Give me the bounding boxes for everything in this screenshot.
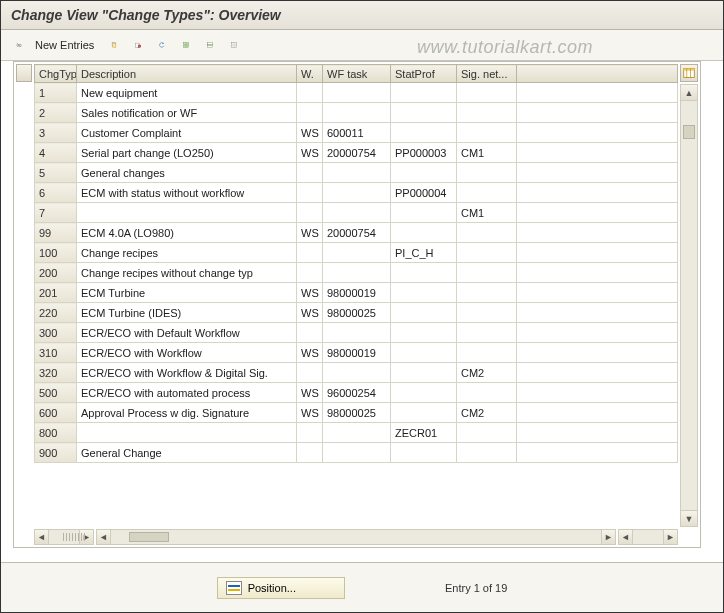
cell-statprof[interactable] (391, 263, 457, 283)
cell-chgtyp[interactable]: 300 (35, 323, 77, 343)
cell-statprof[interactable] (391, 103, 457, 123)
table-row[interactable]: 900General Change (35, 443, 678, 463)
cell-sig-net[interactable] (457, 443, 517, 463)
cell-description[interactable]: ECM Turbine (IDES) (77, 303, 297, 323)
cell-chgtyp[interactable]: 900 (35, 443, 77, 463)
hscroll-left-button[interactable]: ◄ (35, 530, 49, 544)
cell-description[interactable]: General changes (77, 163, 297, 183)
cell-chgtyp[interactable]: 3 (35, 123, 77, 143)
cell-description[interactable]: ECM with status without workflow (77, 183, 297, 203)
cell-chgtyp[interactable]: 7 (35, 203, 77, 223)
cell-w[interactable]: WS (297, 343, 323, 363)
deselect-all-button[interactable] (224, 35, 244, 55)
cell-sig-net[interactable] (457, 103, 517, 123)
undo-change-button[interactable] (152, 35, 172, 55)
cell-wf-task[interactable] (323, 243, 391, 263)
cell-sig-net[interactable] (457, 423, 517, 443)
cell-description[interactable]: ECM 4.0A (LO980) (77, 223, 297, 243)
change-types-table[interactable]: ChgTyp Description W. WF task StatProf S… (34, 64, 678, 463)
cell-statprof[interactable] (391, 223, 457, 243)
cell-wf-task[interactable]: 98000019 (323, 343, 391, 363)
horizontal-scrollbar[interactable]: ◄ ► ◄ ► ◄ ► (34, 529, 678, 545)
cell-sig-net[interactable] (457, 243, 517, 263)
col-wf-task[interactable]: WF task (323, 65, 391, 83)
corner-select-all-button[interactable] (16, 64, 32, 82)
cell-wf-task[interactable]: 600011 (323, 123, 391, 143)
cell-statprof[interactable] (391, 343, 457, 363)
scroll-up-button[interactable] (681, 85, 697, 101)
cell-wf-task[interactable] (323, 323, 391, 343)
cell-statprof[interactable]: ZECR01 (391, 423, 457, 443)
cell-chgtyp[interactable]: 2 (35, 103, 77, 123)
cell-statprof[interactable] (391, 203, 457, 223)
cell-description[interactable]: ECM Turbine (77, 283, 297, 303)
table-row[interactable]: 320ECR/ECO with Workflow & Digital Sig.C… (35, 363, 678, 383)
cell-statprof[interactable] (391, 363, 457, 383)
cell-description[interactable]: Serial part change (LO250) (77, 143, 297, 163)
cell-description[interactable]: ECR/ECO with Default Workflow (77, 323, 297, 343)
cell-description[interactable]: Change recipes (77, 243, 297, 263)
cell-w[interactable]: WS (297, 223, 323, 243)
cell-sig-net[interactable]: CM1 (457, 143, 517, 163)
cell-chgtyp[interactable]: 220 (35, 303, 77, 323)
cell-wf-task[interactable] (323, 203, 391, 223)
cell-sig-net[interactable]: CM2 (457, 403, 517, 423)
cell-w[interactable]: WS (297, 283, 323, 303)
cell-chgtyp[interactable]: 6 (35, 183, 77, 203)
cell-description[interactable]: ECR/ECO with Workflow & Digital Sig. (77, 363, 297, 383)
cell-chgtyp[interactable]: 500 (35, 383, 77, 403)
cell-sig-net[interactable] (457, 343, 517, 363)
table-row[interactable]: 6ECM with status without workflowPP00000… (35, 183, 678, 203)
cell-chgtyp[interactable]: 320 (35, 363, 77, 383)
new-entries-button[interactable]: New Entries (33, 39, 100, 51)
table-row[interactable]: 201ECM TurbineWS98000019 (35, 283, 678, 303)
cell-statprof[interactable] (391, 83, 457, 103)
hscroll-left-button-2[interactable]: ◄ (97, 530, 111, 544)
cell-wf-task[interactable] (323, 103, 391, 123)
cell-description[interactable]: New equipment (77, 83, 297, 103)
cell-description[interactable]: Sales notification or WF (77, 103, 297, 123)
cell-sig-net[interactable] (457, 383, 517, 403)
cell-w[interactable] (297, 363, 323, 383)
cell-chgtyp[interactable]: 100 (35, 243, 77, 263)
cell-wf-task[interactable] (323, 163, 391, 183)
cell-description[interactable]: General Change (77, 443, 297, 463)
cell-chgtyp[interactable]: 4 (35, 143, 77, 163)
cell-statprof[interactable] (391, 283, 457, 303)
cell-w[interactable]: WS (297, 143, 323, 163)
position-button[interactable]: Position... (217, 577, 345, 599)
cell-description[interactable]: Change recipes without change typ (77, 263, 297, 283)
cell-wf-task[interactable] (323, 363, 391, 383)
cell-chgtyp[interactable]: 200 (35, 263, 77, 283)
cell-statprof[interactable] (391, 163, 457, 183)
cell-wf-task[interactable]: 96000254 (323, 383, 391, 403)
hscroll-main-segment[interactable]: ◄ ► (96, 529, 616, 545)
select-all-button[interactable] (176, 35, 196, 55)
cell-sig-net[interactable] (457, 83, 517, 103)
scroll-down-button[interactable] (681, 510, 697, 526)
cell-w[interactable] (297, 263, 323, 283)
cell-statprof[interactable] (391, 403, 457, 423)
col-chgtyp[interactable]: ChgTyp (35, 65, 77, 83)
cell-w[interactable] (297, 183, 323, 203)
table-row[interactable]: 100Change recipesPI_C_H (35, 243, 678, 263)
cell-w[interactable] (297, 243, 323, 263)
hscroll-right-button-3[interactable]: ► (663, 530, 677, 544)
table-row[interactable]: 5General changes (35, 163, 678, 183)
cell-sig-net[interactable] (457, 283, 517, 303)
cell-w[interactable] (297, 83, 323, 103)
cell-w[interactable] (297, 423, 323, 443)
cell-sig-net[interactable] (457, 223, 517, 243)
col-description[interactable]: Description (77, 65, 297, 83)
cell-sig-net[interactable]: CM1 (457, 203, 517, 223)
cell-w[interactable] (297, 163, 323, 183)
cell-chgtyp[interactable]: 800 (35, 423, 77, 443)
col-w[interactable]: W. (297, 65, 323, 83)
cell-w[interactable]: WS (297, 403, 323, 423)
cell-chgtyp[interactable]: 201 (35, 283, 77, 303)
cell-sig-net[interactable] (457, 303, 517, 323)
cell-wf-task[interactable]: 98000025 (323, 303, 391, 323)
cell-description[interactable] (77, 203, 297, 223)
table-row[interactable]: 220ECM Turbine (IDES)WS98000025 (35, 303, 678, 323)
scroll-thumb-horizontal[interactable] (129, 532, 169, 542)
